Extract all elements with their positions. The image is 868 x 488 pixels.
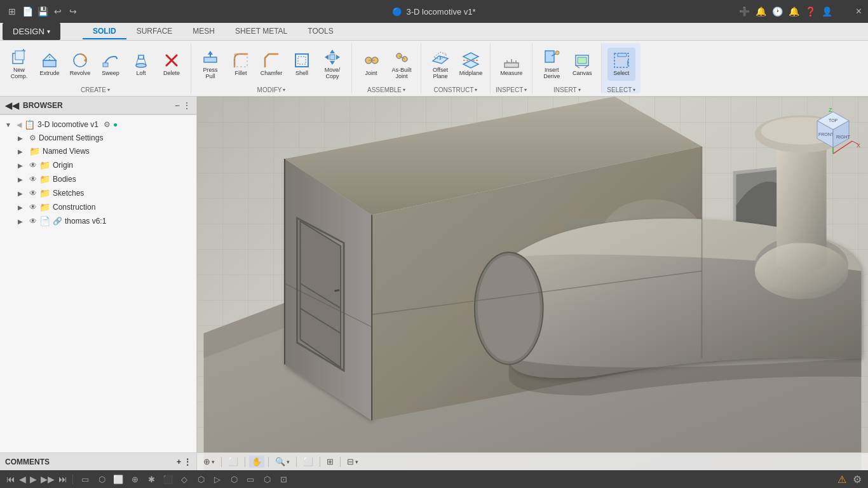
extrude-button[interactable]: Extrude [36, 48, 64, 81]
joint-button[interactable]: Joint [357, 48, 385, 81]
close-button[interactable]: × [856, 6, 862, 17]
add-tab-icon[interactable]: ➕ [739, 6, 750, 17]
root-expand-icon[interactable]: ▼ [5, 121, 14, 128]
tl-fillet-icon[interactable]: ✱ [144, 472, 158, 486]
fit-window-button[interactable]: ⬜ [226, 456, 241, 468]
construct-label[interactable]: CONSTRUCT ▾ [434, 86, 478, 93]
tl-play2-icon[interactable]: ▷ [210, 472, 224, 486]
viewport[interactable]: X Z TOP FRONT RIGHT ⊕ [197, 97, 868, 470]
tl-solid-icon[interactable]: ⬛ [161, 472, 175, 486]
tl-body-icon[interactable]: ⬜ [111, 472, 125, 486]
fillet-button[interactable]: Fillet [227, 48, 255, 81]
insert-derive-button[interactable]: InsertDerive [538, 48, 566, 81]
profile-icon[interactable]: 👤 [822, 6, 833, 17]
canvas-button[interactable]: Canvas [568, 48, 596, 81]
clock-icon[interactable]: 🕐 [772, 6, 783, 17]
sketches-eye-icon[interactable]: 👁 [29, 189, 37, 198]
viewcube[interactable]: X Z TOP FRONT RIGHT [804, 103, 862, 160]
browser-minus-icon[interactable]: − [175, 100, 180, 111]
design-dropdown[interactable]: DESIGN ▾ [3, 23, 60, 40]
create-label[interactable]: CREATE ▾ [81, 86, 110, 93]
tl-hex3-icon[interactable]: ⬡ [260, 472, 274, 486]
tl-extrude-icon[interactable]: ⬡ [95, 472, 109, 486]
browser-doc-settings-item[interactable]: ▶ ⚙ Document Settings [0, 132, 196, 144]
press-pull-button[interactable]: PressPull [196, 48, 224, 81]
pan-button[interactable]: ✋ [249, 456, 264, 468]
bottom-settings-icon[interactable]: ⚙ [853, 473, 862, 485]
timeline-first-icon[interactable]: ⏮ [6, 474, 15, 484]
tab-solid[interactable]: SOLID [83, 24, 126, 39]
shell-button[interactable]: Shell [288, 48, 316, 81]
tab-mesh[interactable]: MESH [182, 24, 225, 39]
doc-settings-expand-icon[interactable]: ▶ [18, 135, 27, 142]
named-views-expand-icon[interactable]: ▶ [18, 148, 27, 155]
browser-handle-icon[interactable]: ⋮ [182, 100, 191, 111]
origin-expand-icon[interactable]: ▶ [18, 162, 27, 169]
tab-tools[interactable]: TOOLS [297, 24, 343, 39]
redo-icon[interactable]: ↪ [67, 6, 79, 17]
comments-plus-icon[interactable]: + [177, 458, 181, 466]
sweep-button[interactable]: Sweep [97, 48, 125, 81]
tab-sheet-metal[interactable]: SHEET METAL [225, 24, 297, 39]
timeline-last-icon[interactable]: ⏭ [58, 474, 67, 484]
browser-construction-item[interactable]: ▶ 👁 📁 Construction [0, 200, 196, 214]
tl-sketch-icon[interactable]: ▭ [78, 472, 92, 486]
assemble-label[interactable]: ASSEMBLE ▾ [367, 86, 405, 93]
tl-join-icon[interactable]: ◇ [177, 472, 191, 486]
browser-origin-item[interactable]: ▶ 👁 📁 Origin [0, 158, 196, 172]
help-icon[interactable]: ❓ [805, 6, 817, 17]
orbit-button[interactable]: ⊕ ▾ [201, 456, 217, 468]
construction-expand-icon[interactable]: ▶ [18, 204, 27, 211]
thomas-expand-icon[interactable]: ▶ [18, 218, 27, 225]
zoom-button[interactable]: 🔍 ▾ [273, 456, 292, 468]
comments-handle-icon[interactable]: ⋮ [184, 458, 191, 466]
inspect-label[interactable]: INSPECT ▾ [496, 86, 527, 93]
chamfer-button[interactable]: Chamfer [257, 48, 285, 81]
tl-comp-icon[interactable]: ⊕ [128, 472, 142, 486]
select-button[interactable]: Select [607, 48, 635, 81]
measure-button[interactable]: Measure [498, 48, 526, 81]
offset-plane-button[interactable]: OffsetPlane [426, 48, 454, 81]
more-options-button[interactable]: ⊟ ▾ [344, 456, 361, 468]
notification-icon[interactable]: 🔔 [756, 6, 767, 17]
browser-root-item[interactable]: ▼ ◀ 📋 3-D locomotive v1 ⚙ ● [0, 118, 196, 132]
bodies-eye-icon[interactable]: 👁 [29, 175, 37, 184]
revolve-button[interactable]: Revolve [66, 48, 94, 81]
insert-label[interactable]: INSERT ▾ [553, 86, 581, 93]
bodies-expand-icon[interactable]: ▶ [18, 176, 27, 183]
bell-icon[interactable]: 🔔 [789, 6, 800, 17]
browser-bodies-item[interactable]: ▶ 👁 📁 Bodies [0, 172, 196, 186]
sketches-expand-icon[interactable]: ▶ [18, 190, 27, 197]
construction-eye-icon[interactable]: 👁 [29, 203, 37, 212]
thomas-eye-icon[interactable]: 👁 [29, 217, 37, 226]
timeline-next-icon[interactable]: ▶▶ [41, 474, 55, 484]
select-label[interactable]: SELECT ▾ [607, 86, 635, 93]
loft-button[interactable]: Loft [127, 48, 155, 81]
browser-sketches-item[interactable]: ▶ 👁 📁 Sketches [0, 186, 196, 200]
midplane-button[interactable]: Midplane [457, 48, 485, 81]
browser-named-views-item[interactable]: ▶ 📁 Named Views [0, 144, 196, 158]
display-mode-button[interactable]: ⬜ [301, 456, 316, 468]
warning-icon[interactable]: ⚠ [837, 473, 846, 485]
undo-icon[interactable]: ↩ [52, 6, 64, 17]
origin-eye-icon[interactable]: 👁 [29, 161, 37, 170]
move-button[interactable]: Move/Copy [318, 48, 346, 81]
as-built-joint-button[interactable]: As-BuiltJoint [388, 48, 416, 81]
timeline-play-icon[interactable]: ▶ [30, 474, 37, 484]
tl-hex2-icon[interactable]: ⬡ [227, 472, 241, 486]
app-grid-icon[interactable]: ⊞ [6, 6, 18, 17]
grid-toggle-button[interactable]: ⊞ [324, 456, 336, 468]
tab-surface[interactable]: SURFACE [126, 24, 183, 39]
file-icon[interactable]: 📄 [22, 6, 33, 17]
new-component-button[interactable]: NewComp. [5, 48, 33, 81]
timeline-prev-icon[interactable]: ◀ [19, 474, 26, 484]
modify-label[interactable]: MODIFY ▾ [257, 86, 286, 93]
browser-collapse-icon[interactable]: ◀◀ [5, 100, 19, 111]
tl-grid-icon[interactable]: ⊡ [276, 472, 290, 486]
browser-thomas-item[interactable]: ▶ 👁 📄 🔗 thomas v6:1 [0, 214, 196, 228]
save-icon[interactable]: 💾 [37, 6, 48, 17]
delete-button[interactable]: Delete [158, 48, 186, 81]
root-settings-icon[interactable]: ⚙ [104, 120, 111, 129]
tl-hex-icon[interactable]: ⬡ [194, 472, 208, 486]
tl-rect-icon[interactable]: ▭ [243, 472, 257, 486]
